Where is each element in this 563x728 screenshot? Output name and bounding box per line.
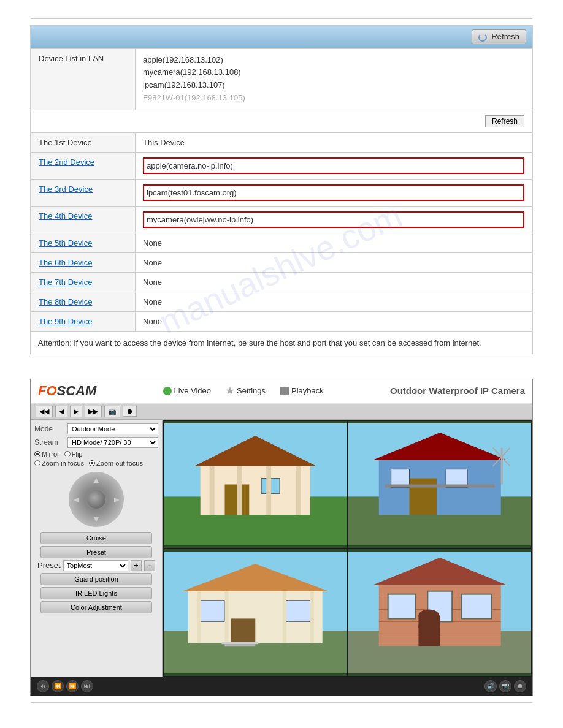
ptz-center-button[interactable] bbox=[87, 490, 105, 509]
guard-position-button[interactable]: Guard position bbox=[40, 573, 152, 585]
page-wrapper: Refresh Device List in LAN apple(192.168… bbox=[0, 0, 563, 721]
device-link-4[interactable]: The 5th Device bbox=[39, 238, 92, 248]
device-value-text-4: None bbox=[143, 238, 162, 248]
device-value-text-3: mycamera(owlejww.no-ip.info) bbox=[147, 215, 253, 224]
ptz-right-arrow[interactable]: ► bbox=[112, 495, 121, 504]
svg-rect-6 bbox=[210, 466, 215, 515]
ir-led-button[interactable]: IR LED Lights bbox=[40, 587, 152, 599]
foscam-toolbar: ◀◀ ◀ ▶ ▶▶ 📷 ⏺ bbox=[31, 404, 532, 420]
lan-item-1: mycamera(192.168.13.108) bbox=[143, 66, 524, 79]
refresh-button-small[interactable]: Refresh bbox=[485, 115, 524, 127]
footer-btn-rewind[interactable]: ⏮ bbox=[37, 680, 49, 692]
svg-rect-7 bbox=[296, 466, 301, 515]
settings-icon bbox=[226, 387, 234, 395]
nav-playback[interactable]: Playback bbox=[274, 384, 330, 398]
device-value-text-6: None bbox=[143, 278, 162, 287]
footer-btn-record[interactable]: ⏺ bbox=[514, 680, 526, 692]
device-link-7[interactable]: The 8th Device bbox=[39, 297, 92, 306]
ptz-ring[interactable]: ▲ ▼ ◄ ► bbox=[69, 472, 124, 527]
lan-row: Device List in LAN apple(192.168.13.102)… bbox=[31, 48, 532, 110]
toolbar-btn-3[interactable]: ▶ bbox=[70, 406, 82, 417]
preset-remove-btn[interactable]: − bbox=[144, 560, 155, 571]
toolbar-btn-4[interactable]: ▶▶ bbox=[85, 406, 102, 417]
svg-rect-17 bbox=[385, 484, 494, 487]
preset-select[interactable]: TopMost bbox=[63, 560, 128, 571]
refresh-button-top[interactable]: Refresh bbox=[472, 29, 526, 44]
device-link-6[interactable]: The 7th Device bbox=[39, 278, 92, 287]
top-divider bbox=[31, 18, 532, 19]
ptz-up-arrow[interactable]: ▲ bbox=[92, 475, 101, 485]
footer-btn-forward[interactable]: ⏩ bbox=[66, 680, 79, 692]
zoom-group: Zoom in focus Zoom out focus bbox=[34, 460, 158, 467]
stream-row: Stream HD Mode/ 720P/ 30 bbox=[34, 437, 158, 448]
foscam-nav: Live Video Settings Playback bbox=[157, 384, 330, 398]
mode-select[interactable]: Outdoor Mode bbox=[67, 423, 158, 434]
device-row-8: The 9th Device None bbox=[31, 311, 532, 331]
preset-button[interactable]: Preset bbox=[40, 546, 152, 558]
highlight-box-2: ipcam(test01.foscam.org) bbox=[143, 184, 524, 201]
nav-live-video[interactable]: Live Video bbox=[157, 384, 217, 398]
stream-label: Stream bbox=[34, 438, 65, 447]
footer-btn-snapshot[interactable]: 📷 bbox=[499, 680, 511, 692]
svg-point-49 bbox=[418, 609, 439, 621]
mode-row: Mode Outdoor Mode bbox=[34, 423, 158, 434]
zoom-out-radio[interactable]: Zoom out focus bbox=[89, 460, 143, 467]
mirror-radio[interactable]: Mirror bbox=[34, 450, 59, 458]
device-row-3: The 4th Device mycamera(owlejww.no-ip.in… bbox=[31, 206, 532, 233]
camera-title: Outdoor Waterproof IP Camera bbox=[390, 385, 525, 396]
device-link-1[interactable]: The 2nd Device bbox=[39, 157, 94, 167]
device-value-8: None bbox=[136, 311, 532, 331]
toolbar-btn-5[interactable]: 📷 bbox=[104, 406, 120, 417]
lan-label-cell: Device List in LAN bbox=[31, 48, 136, 110]
device-label-7: The 8th Device bbox=[31, 292, 136, 311]
foscam-logo: FOSCAM bbox=[38, 383, 96, 399]
zoom-in-radio[interactable]: Zoom in focus bbox=[34, 460, 84, 467]
device-link-3[interactable]: The 4th Device bbox=[39, 211, 92, 221]
nav-playback-label: Playback bbox=[291, 386, 324, 395]
nav-settings[interactable]: Settings bbox=[220, 384, 272, 398]
device-label-5: The 6th Device bbox=[31, 252, 136, 272]
device-row-2: The 3rd Device ipcam(test01.foscam.org) bbox=[31, 179, 532, 206]
svg-rect-29 bbox=[286, 600, 310, 621]
device-link-2[interactable]: The 3rd Device bbox=[39, 184, 93, 194]
footer-btn-skip[interactable]: ⏭ bbox=[81, 680, 93, 692]
mode-label: Mode bbox=[34, 425, 65, 433]
device-label-6: The 7th Device bbox=[31, 272, 136, 292]
device-table: Device List in LAN apple(192.168.13.102)… bbox=[31, 48, 532, 332]
preset-add-btn[interactable]: + bbox=[131, 560, 142, 571]
toolbar-btn-6[interactable]: ⏺ bbox=[123, 406, 137, 417]
lan-item-2: ipcam(192.168.13.107) bbox=[143, 79, 524, 92]
device-row-5: The 6th Device None bbox=[31, 252, 532, 272]
device-label-0: The 1st Device bbox=[31, 132, 136, 152]
nav-live-video-label: Live Video bbox=[174, 386, 211, 395]
svg-rect-18 bbox=[500, 448, 502, 485]
footer-btn-back[interactable]: ⏪ bbox=[52, 680, 64, 692]
device-value-6: None bbox=[136, 272, 532, 292]
playback-icon bbox=[280, 387, 289, 395]
lan-item-3: F9821W-01(192.168.13.105) bbox=[143, 92, 524, 105]
footer-btn-volume[interactable]: 🔊 bbox=[484, 680, 497, 692]
svg-rect-27 bbox=[231, 618, 255, 643]
device-link-8[interactable]: The 9th Device bbox=[39, 317, 92, 326]
ptz-down-arrow[interactable]: ▼ bbox=[92, 514, 101, 524]
device-value-7: None bbox=[136, 292, 532, 311]
refresh-cell: Refresh bbox=[31, 110, 532, 132]
mirror-label: Mirror bbox=[42, 450, 59, 458]
device-value-2: ipcam(test01.foscam.org) bbox=[136, 179, 532, 206]
device-link-5[interactable]: The 6th Device bbox=[39, 258, 92, 267]
device-value-text-8: None bbox=[143, 317, 162, 326]
device-label-3: The 4th Device bbox=[31, 206, 136, 233]
toolbar-btn-2[interactable]: ◀ bbox=[55, 406, 67, 417]
svg-rect-8 bbox=[237, 466, 242, 515]
zoom-out-label: Zoom out focus bbox=[96, 460, 143, 467]
preset-btn-label: Preset bbox=[86, 548, 106, 556]
stream-select[interactable]: HD Mode/ 720P/ 30 bbox=[67, 437, 158, 448]
color-adjustment-button[interactable]: Color Adjustment bbox=[40, 601, 152, 613]
cruise-button[interactable]: Cruise bbox=[40, 532, 152, 544]
color-label: Color Adjustment bbox=[71, 604, 122, 611]
toolbar-btn-1[interactable]: ◀◀ bbox=[36, 406, 53, 417]
flip-radio[interactable]: Flip bbox=[64, 450, 83, 458]
ptz-left-arrow[interactable]: ◄ bbox=[72, 495, 80, 504]
lan-value-cell: apple(192.168.13.102) mycamera(192.168.1… bbox=[136, 48, 532, 110]
device-row-1: The 2nd Device apple(camera.no-ip.info) bbox=[31, 152, 532, 179]
